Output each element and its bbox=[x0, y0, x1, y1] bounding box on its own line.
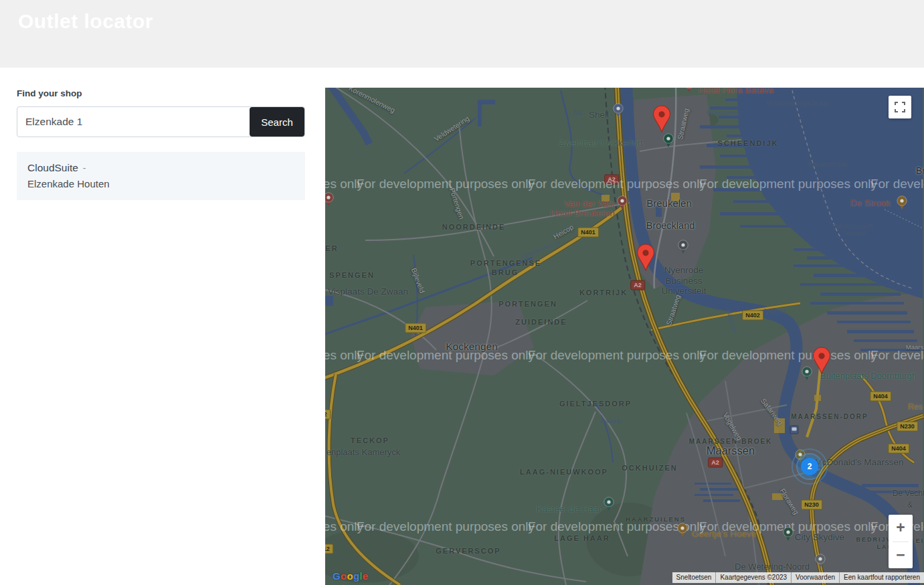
google-logo-letter: e bbox=[363, 570, 369, 582]
fullscreen-icon bbox=[895, 102, 905, 112]
cluster-count: 2 bbox=[801, 458, 818, 475]
search-button[interactable]: Search bbox=[250, 107, 304, 137]
map-base-tiles bbox=[325, 88, 924, 585]
page-header: Outlet locator bbox=[0, 0, 924, 68]
place-poi[interactable] bbox=[815, 554, 826, 571]
shop-marker-pin[interactable] bbox=[813, 347, 831, 377]
swimming-pool-poi[interactable] bbox=[663, 133, 674, 151]
shop-marker-pin[interactable] bbox=[637, 244, 655, 274]
hotel-poi[interactable] bbox=[684, 88, 695, 96]
search-panel: Find your shop Search CloudSuite- Elzenk… bbox=[17, 88, 305, 200]
page-title: Outlet locator bbox=[0, 0, 924, 33]
farm-poi[interactable] bbox=[677, 523, 688, 540]
train-station-icon bbox=[790, 426, 799, 434]
map-data-notice: Kaartgegevens ©2023 bbox=[715, 572, 791, 583]
google-logo[interactable]: Google bbox=[333, 570, 369, 582]
castle-poi[interactable] bbox=[604, 497, 615, 514]
shop-name-line: CloudSuite- bbox=[27, 160, 294, 176]
road-badge: N230 bbox=[801, 500, 822, 510]
shop-result-card[interactable]: CloudSuite- Elzenkade Houten bbox=[17, 152, 305, 200]
shop-address: Elzenkade Houten bbox=[27, 176, 294, 192]
road-badge: A2 bbox=[630, 280, 645, 290]
search-input[interactable] bbox=[17, 107, 250, 137]
map-canvas[interactable]: NOORDEINDESPENGENKORTRIJKPORTENGENZUIDEI… bbox=[325, 88, 924, 585]
road-badge: N404 bbox=[870, 392, 891, 402]
fuel-station-poi[interactable] bbox=[613, 103, 624, 120]
hotel-poi[interactable] bbox=[617, 195, 628, 213]
report-error-link[interactable]: Een kaartfout rapporteren bbox=[839, 572, 924, 583]
marker-cluster[interactable]: 2 bbox=[792, 448, 828, 485]
shop-marker-pin[interactable] bbox=[653, 105, 671, 135]
restaurant-poi[interactable] bbox=[897, 195, 908, 213]
shop-name: CloudSuite bbox=[27, 162, 78, 173]
road-badge: A2 bbox=[604, 175, 619, 185]
road-badge: N230 bbox=[897, 422, 918, 432]
attraction-poi[interactable] bbox=[783, 527, 794, 544]
search-input-group: Search bbox=[17, 106, 305, 137]
road-badge: N212 bbox=[325, 410, 331, 420]
road-badge: N401 bbox=[577, 228, 599, 238]
zoom-control: + − bbox=[889, 515, 913, 568]
map-attribution: SneltoetsenKaartgegevens ©2023Voorwaarde… bbox=[672, 572, 924, 583]
terms-link[interactable]: Voorwaarden bbox=[791, 572, 839, 583]
shop-separator: - bbox=[83, 163, 86, 173]
road-badge: A2 bbox=[708, 458, 723, 468]
find-your-shop-label: Find your shop bbox=[17, 88, 305, 98]
google-logo-letter: o bbox=[347, 570, 353, 582]
university-poi[interactable] bbox=[678, 240, 689, 257]
road-badge: N401 bbox=[405, 323, 426, 333]
road-badge: N402 bbox=[742, 311, 763, 321]
google-logo-letter: g bbox=[353, 570, 359, 582]
road-badge: N404 bbox=[888, 444, 909, 454]
fullscreen-button[interactable] bbox=[889, 96, 911, 118]
google-logo-letter: G bbox=[333, 570, 341, 582]
zoom-in-button[interactable]: + bbox=[889, 515, 913, 541]
shortcuts-link[interactable]: Sneltoetsen bbox=[672, 572, 716, 583]
hotel-poi[interactable] bbox=[325, 192, 335, 210]
museum-poi[interactable] bbox=[802, 366, 813, 384]
zoom-out-button[interactable]: − bbox=[889, 542, 913, 569]
road-badge: N212 bbox=[325, 544, 333, 554]
